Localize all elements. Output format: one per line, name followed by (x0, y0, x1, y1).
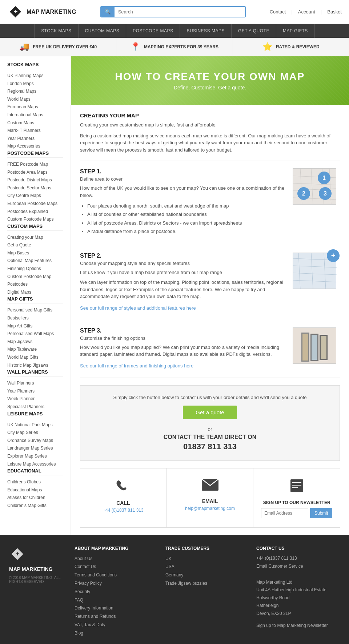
step-1-illustration: 1 2 3 (293, 168, 336, 205)
step-3-text: STEP 3. Customise the finishing options … (80, 327, 287, 369)
basket-link[interactable]: Basket (327, 9, 342, 15)
sidebar-link[interactable]: FREE Postcode Map (7, 161, 63, 169)
sidebar-link[interactable]: International Maps (7, 111, 63, 119)
nav-get-a-quote[interactable]: GET A QUOTE (232, 24, 276, 38)
newsletter-email-input[interactable] (261, 508, 308, 518)
footer-col-trade-title: TRADE CUSTOMERS (165, 546, 249, 551)
footer-email-service[interactable]: Email Customer Service (256, 562, 340, 571)
sidebar-link[interactable]: European Postcode Maps (7, 200, 63, 208)
sidebar-link[interactable]: City Centre Maps (7, 192, 63, 200)
newsletter-submit-button[interactable]: Submit (310, 508, 332, 518)
search-bar: 🔍 (100, 6, 246, 17)
footer-link-uk[interactable]: UK (165, 555, 249, 563)
sidebar-link[interactable]: Map Accessories (7, 142, 63, 150)
promo-rated: ⭐ RATED & REVIEWED (233, 38, 349, 56)
sidebar-link[interactable]: Postcode Area Maps (7, 169, 63, 177)
step-3-illustration (293, 327, 336, 364)
sidebar-link[interactable]: Optional Map Features (7, 257, 63, 265)
sidebar-link[interactable]: Map Jigsaws (7, 338, 63, 346)
step-2-link[interactable]: See our full range of styles and additio… (80, 305, 196, 311)
footer-link-returns[interactable]: Returns and Refunds (75, 612, 158, 621)
contact-link[interactable]: Contact (270, 9, 286, 15)
sidebar-link[interactable]: Get a Quote (7, 241, 63, 249)
footer-link-terms[interactable]: Terms and Conditions (75, 571, 158, 579)
sidebar-link[interactable]: Atlases for Children (7, 494, 63, 502)
sidebar-link[interactable]: Postcodes (7, 281, 63, 289)
sidebar-link[interactable]: Specialist Planners (7, 403, 63, 411)
sidebar-link-ordnance-survey[interactable]: Ordnance Survey Maps (7, 437, 63, 445)
nav-custom-maps[interactable]: CUSTOM MAPS (79, 24, 127, 38)
sidebar-link[interactable]: Week Planner (7, 395, 63, 403)
sidebar-link[interactable]: Leisure Map Accessories (7, 460, 63, 468)
sidebar-link[interactable]: Educational Maps (7, 486, 63, 494)
sidebar-link[interactable]: Custom Maps (7, 119, 63, 127)
sidebar-link[interactable]: Regional Maps (7, 88, 63, 96)
sidebar-link[interactable]: Map Tableware (7, 346, 63, 354)
step-1-text: STEP 1. Define area to cover How much of… (80, 168, 287, 236)
footer-link-germany[interactable]: Germany (165, 571, 249, 579)
sidebar-link[interactable]: Wall Planners (7, 379, 63, 387)
sidebar-link[interactable]: Children's Map Gifts (7, 502, 63, 510)
footer-link-faq[interactable]: FAQ (75, 596, 158, 604)
footer-link-about-us[interactable]: About Us (75, 555, 158, 563)
nav-postcode-maps[interactable]: POSTCODE MAPS (126, 24, 180, 38)
sidebar-link[interactable]: Custom Postcode Maps (7, 216, 63, 224)
sidebar-link[interactable]: Finishing Options (7, 265, 63, 273)
email-value[interactable]: help@mapmarketing.com (172, 506, 248, 511)
sidebar-link[interactable]: Explorer Map Series (7, 452, 63, 460)
call-value: +44 (0)1837 811 313 (85, 508, 161, 513)
footer-address-line3: Hatherleigh (256, 603, 278, 608)
nav-map-gifts[interactable]: MAP GIFTS (276, 24, 315, 38)
sidebar-link[interactable]: Personalised Wall Maps (7, 330, 63, 338)
search-input[interactable] (115, 7, 245, 17)
plus-icon: + (327, 249, 340, 262)
sidebar-link[interactable]: Year Planners (7, 135, 63, 143)
footer-newsletter-link[interactable]: Sign up to Map Marketing Newsletter (256, 621, 340, 630)
footer-link-contact-us[interactable]: Contact Us (75, 563, 158, 571)
nav-stock-maps[interactable]: STOCK MAPS (34, 24, 78, 38)
svg-rect-18 (290, 479, 303, 492)
get-quote-button[interactable]: Get a quote (183, 406, 237, 419)
footer-link-vat[interactable]: VAT, Tax & Duty (75, 621, 158, 629)
sidebar-link-creating-map[interactable]: Creating your Map (7, 234, 63, 242)
sidebar-link[interactable]: City Map Series (7, 429, 63, 437)
footer-contact-info: +44 (0)1837 811 313 Email Customer Servi… (256, 555, 340, 618)
footer-link-privacy[interactable]: Privacy Policy (75, 579, 158, 588)
sidebar-link-world-map-gifts[interactable]: World Map Gifts (7, 354, 63, 362)
account-link[interactable]: Account (298, 9, 315, 15)
footer-link-blog[interactable]: Blog (75, 629, 158, 637)
sidebar-link[interactable]: World Maps (7, 96, 63, 104)
sidebar-link[interactable]: Digital Maps (7, 289, 63, 297)
footer-link-trade-jigsaw[interactable]: Trade Jigsaw puzzles (165, 579, 249, 588)
step-3-link[interactable]: See our full range of frames and finishi… (80, 363, 193, 369)
footer-link-security[interactable]: Security (75, 588, 158, 596)
sidebar-link[interactable]: European Maps (7, 103, 63, 111)
sidebar-link[interactable]: Year Planners (7, 387, 63, 395)
sidebar-link[interactable]: Map Art Gifts (7, 322, 63, 330)
footer-col-about: ABOUT MAP MARKETING About Us Contact Us … (75, 546, 158, 637)
nav-business-maps[interactable]: BUSINESS MAPS (180, 24, 232, 38)
sidebar-link[interactable]: Childrens Globes (7, 478, 63, 486)
sidebar-link[interactable]: Bestsellers (7, 314, 63, 322)
sidebar-link[interactable]: UK National Park Maps (7, 421, 63, 429)
sidebar-link[interactable]: UK Planning Maps (7, 72, 63, 80)
footer-company-name: Map Marketing Ltd (256, 580, 292, 585)
sidebar-link[interactable]: Map Bases (7, 249, 63, 257)
footer-link-usa[interactable]: USA (165, 563, 249, 571)
search-button[interactable]: 🔍 (101, 7, 115, 17)
list-item: Four places denoting a north, south, eas… (87, 202, 287, 210)
sidebar-link[interactable]: Postcode District Maps (7, 176, 63, 184)
footer-link-delivery[interactable]: Delivery Information (75, 604, 158, 612)
sidebar-link[interactable]: Postcode Sector Maps (7, 184, 63, 192)
sidebar-link[interactable]: Postcodes Explained (7, 208, 63, 216)
sidebar-link[interactable]: London Maps (7, 80, 63, 88)
sidebar-link[interactable]: Custom Postcode Map (7, 273, 63, 281)
contact-call: CALL +44 (0)1837 811 313 (80, 468, 167, 527)
quote-text: Simply click the button below to contact… (88, 395, 332, 400)
logo[interactable]: ✦ MAP MARKETING (7, 4, 76, 20)
sidebar-link[interactable]: Mark-IT Planners (7, 127, 63, 135)
sidebar-section-wall-planners: WALL PLANNERS Wall Planners Year Planner… (7, 369, 63, 411)
sidebar-link[interactable]: Personalised Map Gifts (7, 306, 63, 314)
sidebar-link[interactable]: Historic Map Jigsaws (7, 362, 63, 370)
sidebar-link[interactable]: Landranger Map Series (7, 444, 63, 452)
